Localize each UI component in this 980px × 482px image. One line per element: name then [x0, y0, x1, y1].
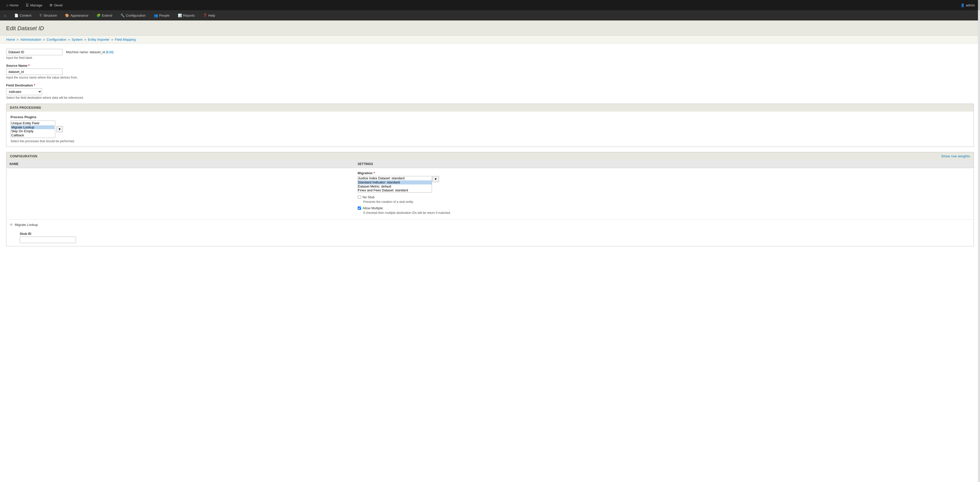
nav-manage-label: Manage [30, 3, 42, 7]
machine-name-edit-link[interactable]: [Edit] [106, 50, 114, 54]
secnav-structure[interactable]: ⠿ Structure [35, 10, 61, 21]
field-label-help: Input the field label. [6, 56, 974, 60]
stub-id-label: Stub ID [20, 232, 970, 235]
process-plugins-label: Process Plugins [11, 115, 969, 119]
top-navigation: ⌂ Home ☰ Manage ⚙ Devel 👤 admin [0, 0, 980, 10]
nav-home-label: Home [10, 3, 18, 7]
process-plugins-group: Process Plugins Unique Entity Field Migr… [11, 115, 969, 143]
field-destination-select[interactable]: indicator metric dataset [6, 88, 42, 95]
source-name-input[interactable] [6, 68, 62, 75]
manage-icon: ☰ [25, 3, 29, 7]
field-label-input[interactable] [6, 49, 62, 55]
secondary-navigation: ⌂ 📄 Content ⠿ Structure 🎨 Appearance 🧩 E… [0, 10, 980, 21]
admin-label: admin [966, 3, 975, 7]
secnav-reports[interactable]: 📊 Reports [174, 10, 199, 21]
no-stub-checkbox-item: No Stub [358, 195, 970, 199]
help-icon: ❓ [203, 14, 207, 17]
no-stub-description: Prevents the creation of a stub entity. [363, 200, 970, 204]
secnav-configuration-label: Configuration [126, 14, 146, 17]
allow-multiple-checkbox[interactable] [358, 207, 361, 210]
configuration-icon: 🔧 [121, 14, 125, 17]
config-name-cell [6, 168, 355, 219]
secnav-extend-label: Extend [102, 14, 112, 17]
col-name-header: NAME [6, 160, 355, 168]
field-destination-help: Select the field destination where data … [6, 96, 974, 100]
config-table-header: NAME SETTINGS [6, 160, 974, 168]
allow-multiple-group: Allow Multiple If checked then multiple … [358, 206, 970, 215]
devel-icon: ⚙ [49, 3, 53, 7]
listbox-arrow-button[interactable]: ▼ [56, 126, 63, 132]
secnav-appearance-label: Appearance [70, 14, 88, 17]
allow-multiple-label: Allow Multiple [363, 206, 383, 210]
extend-icon: 🧩 [97, 14, 100, 17]
migrate-lookup-row: ✛ Migrate Lookup [6, 220, 974, 230]
secnav-content-label: Content [20, 14, 32, 17]
secnav-home-icon: ⌂ [4, 14, 6, 17]
field-label-group: Machine name: dataset_id [Edit] Input th… [6, 49, 974, 60]
data-processing-body: Process Plugins Unique Entity Field Migr… [6, 111, 974, 146]
no-stub-label: No Stub [363, 195, 375, 199]
source-name-label: Source Name * [6, 64, 974, 68]
allow-multiple-description: If checked then multiple destination IDs… [363, 211, 970, 215]
no-stub-checkbox[interactable] [358, 196, 361, 199]
process-plugins-select[interactable]: Unique Entity Field Migrate Lookup Skip … [11, 121, 55, 138]
breadcrumb-system[interactable]: System [72, 38, 83, 41]
scrollbar-handle[interactable] [978, 0, 980, 10]
field-destination-label: Field Destination * [6, 83, 974, 87]
field-destination-required: * [34, 83, 35, 87]
stub-id-group: Stub ID [6, 230, 974, 246]
scrollbar[interactable] [978, 0, 980, 257]
migration-arrow-button[interactable]: ▼ [433, 176, 439, 182]
people-icon: 👥 [154, 14, 158, 17]
nav-devel[interactable]: ⚙ Devel [46, 0, 66, 10]
migration-group: Migration * Justice Index Dataset: stand… [358, 171, 970, 192]
migration-select[interactable]: Justice Index Dataset: standard Standard… [358, 176, 432, 192]
secnav-reports-label: Reports [183, 14, 195, 17]
drag-handle-icon[interactable]: ✛ [10, 222, 13, 227]
stub-id-input[interactable] [20, 237, 76, 243]
machine-name-text: Machine name: dataset_id [Edit] [66, 50, 114, 54]
field-destination-group: Field Destination * indicator metric dat… [6, 83, 974, 100]
source-name-help: Input the source name where the value de… [6, 76, 974, 79]
secnav-configuration[interactable]: 🔧 Configuration [116, 10, 150, 21]
configuration-table: NAME SETTINGS Migration * [6, 160, 974, 219]
breadcrumb-home[interactable]: Home [6, 38, 15, 41]
nav-manage[interactable]: ☰ Manage [22, 0, 46, 10]
reports-icon: 📊 [178, 14, 182, 17]
secnav-structure-label: Structure [43, 14, 57, 17]
secnav-people[interactable]: 👥 People [150, 10, 173, 21]
breadcrumb-configuration[interactable]: Configuration [46, 38, 66, 41]
source-name-group: Source Name * Input the source name wher… [6, 64, 974, 79]
secnav-help-label: Help [208, 14, 215, 17]
config-row-migrate-lookup: Migration * Justice Index Dataset: stand… [6, 168, 974, 219]
secnav-extend[interactable]: 🧩 Extend [92, 10, 116, 21]
source-name-required: * [29, 64, 30, 68]
migration-select-wrapper: Justice Index Dataset: standard Standard… [358, 176, 970, 192]
config-settings-cell: Migration * Justice Index Dataset: stand… [355, 168, 974, 219]
home-icon: ⌂ [6, 3, 8, 7]
page-title: Edit Dataset ID [6, 25, 974, 32]
breadcrumb: Home » Administration » Configuration » … [0, 35, 980, 44]
no-stub-group: No Stub Prevents the creation of a stub … [358, 195, 970, 204]
admin-menu[interactable]: 👤 admin [958, 3, 977, 7]
breadcrumb-field-mapping[interactable]: Field Mapping [115, 38, 136, 41]
page-header: Edit Dataset ID [0, 21, 980, 35]
secnav-appearance[interactable]: 🎨 Appearance [61, 10, 92, 21]
configuration-title: CONFIGURATION Show row weights [6, 152, 974, 160]
col-settings-header: SETTINGS [355, 160, 974, 168]
nav-home[interactable]: ⌂ Home [3, 0, 22, 10]
breadcrumb-entity-importer[interactable]: Entity Importer [88, 38, 110, 41]
allow-multiple-checkbox-item: Allow Multiple [358, 206, 970, 210]
migrate-lookup-label: Migrate Lookup [15, 223, 38, 227]
secnav-help[interactable]: ❓ Help [199, 10, 219, 21]
nav-devel-label: Devel [54, 3, 62, 7]
breadcrumb-administration[interactable]: Administration [20, 38, 41, 41]
process-plugins-help: Select the processes that should be perf… [11, 140, 969, 143]
secnav-content[interactable]: 📄 Content [10, 10, 35, 21]
show-row-weights-link[interactable]: Show row weights [941, 154, 970, 158]
admin-icon: 👤 [961, 3, 965, 7]
data-processing-title: DATA PROCESSING [6, 104, 974, 111]
secnav-people-label: People [159, 14, 169, 17]
configuration-section: CONFIGURATION Show row weights NAME SETT… [6, 152, 974, 246]
secnav-home[interactable]: ⌂ [0, 10, 10, 21]
